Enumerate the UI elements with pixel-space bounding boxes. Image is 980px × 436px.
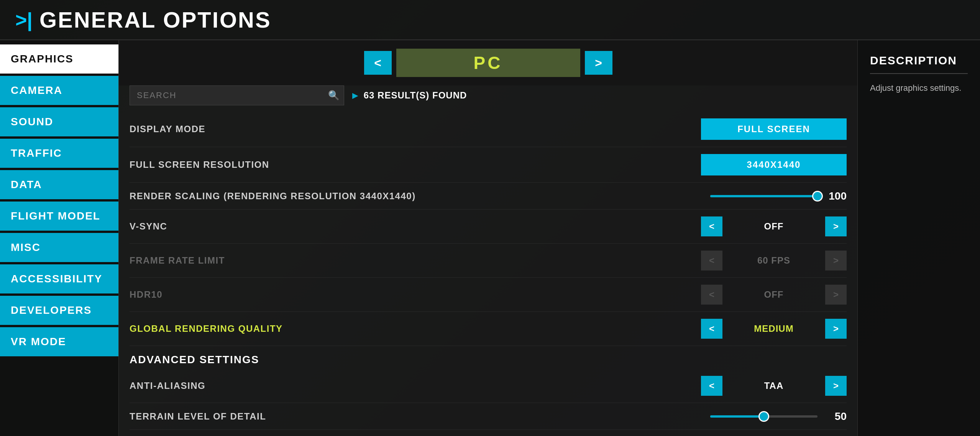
setting-row-display-mode: DISPLAY MODE FULL SCREEN	[130, 111, 847, 147]
sidebar-item-sound[interactable]: SOUND	[0, 107, 118, 136]
frame-rate-value: 60 FPS	[722, 255, 825, 266]
setting-row-resolution: FULL SCREEN RESOLUTION 3440X1440	[130, 147, 847, 183]
sidebar-item-graphics[interactable]: GRAPHICS	[0, 44, 118, 74]
search-input[interactable]	[130, 85, 344, 105]
setting-row-off-screen-terrain: OFF SCREEN TERRAIN PRE-CACHING < MEDIUM …	[130, 430, 847, 436]
setting-control-render-scaling: 100	[701, 190, 847, 202]
sidebar-item-developers[interactable]: DEVELOPERS	[0, 296, 118, 325]
frame-rate-right-button[interactable]: >	[825, 251, 847, 270]
resolution-value-button[interactable]: 3440X1440	[701, 154, 847, 175]
vsync-arrow-control: < OFF >	[701, 216, 847, 236]
terrain-lod-thumb	[758, 411, 769, 422]
main-content: < PC > 🔍 ► 63 RESULT(S) FOUND DIS	[119, 40, 857, 436]
sidebar-item-camera[interactable]: CAMERA	[0, 76, 118, 105]
setting-row-frame-rate: FRAME RATE LIMIT < 60 FPS >	[130, 244, 847, 278]
render-scaling-fill	[710, 195, 817, 197]
setting-label-terrain-lod: TERRAIN LEVEL OF DETAIL	[130, 411, 701, 422]
hdr10-value: OFF	[722, 289, 825, 300]
results-arrow-icon: ►	[350, 90, 361, 102]
global-rendering-arrow-control: < MEDIUM >	[701, 319, 847, 339]
platform-next-button[interactable]: >	[585, 51, 612, 75]
header: >| GENERAL OPTIONS	[0, 0, 980, 40]
sidebar-item-misc[interactable]: MISC	[0, 233, 118, 262]
results-label: 63 RESULT(S) FOUND	[364, 90, 467, 101]
setting-row-vsync: V-SYNC < OFF >	[130, 210, 847, 244]
description-panel: DESCRIPTION Adjust graphics settings.	[857, 40, 980, 436]
setting-control-terrain-lod: 50	[701, 410, 847, 423]
setting-control-anti-aliasing: < TAA >	[701, 376, 847, 396]
hdr10-right-button[interactable]: >	[825, 285, 847, 305]
search-input-wrapper: 🔍	[130, 85, 344, 105]
global-rendering-value: MEDIUM	[722, 323, 825, 334]
setting-label-global-rendering: GLOBAL RENDERING QUALITY	[130, 323, 701, 334]
vsync-value: OFF	[722, 221, 825, 232]
setting-label-resolution: FULL SCREEN RESOLUTION	[130, 159, 701, 170]
setting-label-render-scaling: RENDER SCALING (RENDERING RESOLUTION 344…	[130, 191, 701, 202]
setting-label-vsync: V-SYNC	[130, 221, 701, 232]
search-bar: 🔍 ► 63 RESULT(S) FOUND	[119, 85, 857, 111]
setting-control-vsync: < OFF >	[701, 216, 847, 236]
display-mode-value-button[interactable]: FULL SCREEN	[701, 118, 847, 140]
anti-aliasing-arrow-control: < TAA >	[701, 376, 847, 396]
setting-row-render-scaling: RENDER SCALING (RENDERING RESOLUTION 344…	[130, 183, 847, 210]
setting-control-resolution: 3440X1440	[701, 154, 847, 175]
setting-row-terrain-lod: TERRAIN LEVEL OF DETAIL 50	[130, 403, 847, 430]
global-rendering-left-button[interactable]: <	[701, 319, 722, 339]
results-count: ► 63 RESULT(S) FOUND	[350, 90, 467, 102]
sidebar-item-data[interactable]: DATA	[0, 170, 118, 199]
setting-control-hdr10: < OFF >	[701, 285, 847, 305]
sidebar: GRAPHICS CAMERA SOUND TRAFFIC DATA FLIGH…	[0, 40, 119, 436]
platform-bar: < PC >	[119, 40, 857, 85]
setting-row-hdr10: HDR10 < OFF >	[130, 278, 847, 312]
hdr10-arrow-control: < OFF >	[701, 285, 847, 305]
search-icon: 🔍	[328, 90, 340, 101]
frame-rate-left-button[interactable]: <	[701, 251, 722, 270]
anti-aliasing-right-button[interactable]: >	[825, 376, 847, 396]
render-scaling-thumb	[812, 191, 823, 202]
sidebar-item-flight-model[interactable]: FLIGHT MODEL	[0, 202, 118, 231]
terrain-lod-track[interactable]	[710, 415, 817, 418]
setting-label-frame-rate: FRAME RATE LIMIT	[130, 255, 701, 266]
description-text: Adjust graphics settings.	[870, 82, 968, 94]
vsync-left-button[interactable]: <	[701, 216, 722, 236]
setting-control-display-mode: FULL SCREEN	[701, 118, 847, 140]
platform-name: PC	[396, 49, 580, 77]
setting-row-anti-aliasing: ANTI-ALIASING < TAA >	[130, 369, 847, 403]
platform-prev-button[interactable]: <	[364, 51, 392, 75]
setting-label-hdr10: HDR10	[130, 289, 701, 300]
settings-list: DISPLAY MODE FULL SCREEN FULL SCREEN RES…	[119, 111, 857, 436]
render-scaling-value: 100	[824, 190, 847, 202]
anti-aliasing-left-button[interactable]: <	[701, 376, 722, 396]
advanced-settings-header: ADVANCED SETTINGS	[130, 346, 847, 369]
frame-rate-arrow-control: < 60 FPS >	[701, 251, 847, 270]
description-title: DESCRIPTION	[870, 54, 968, 74]
anti-aliasing-value: TAA	[722, 380, 825, 391]
global-rendering-right-button[interactable]: >	[825, 319, 847, 339]
vsync-right-button[interactable]: >	[825, 216, 847, 236]
setting-label-display-mode: DISPLAY MODE	[130, 124, 701, 134]
sidebar-item-traffic[interactable]: TRAFFIC	[0, 139, 118, 168]
terrain-lod-fill	[710, 415, 764, 418]
sidebar-item-vr-mode[interactable]: VR MODE	[0, 327, 118, 356]
hdr10-left-button[interactable]: <	[701, 285, 722, 305]
setting-control-global-rendering: < MEDIUM >	[701, 319, 847, 339]
setting-row-global-rendering: GLOBAL RENDERING QUALITY < MEDIUM >	[130, 312, 847, 346]
sidebar-item-accessibility[interactable]: ACCESSIBILITY	[0, 264, 118, 293]
render-scaling-track[interactable]	[710, 195, 817, 197]
terrain-lod-value: 50	[824, 410, 847, 423]
setting-control-frame-rate: < 60 FPS >	[701, 251, 847, 270]
header-icon: >|	[15, 10, 33, 30]
page-title: GENERAL OPTIONS	[39, 7, 271, 33]
setting-label-anti-aliasing: ANTI-ALIASING	[130, 380, 701, 391]
